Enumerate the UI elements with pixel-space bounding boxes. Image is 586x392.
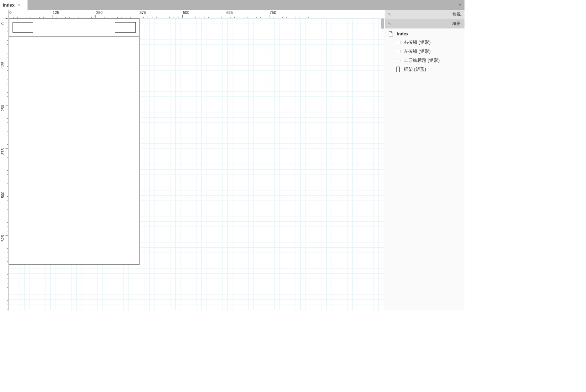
outline-item-label: index [397, 31, 409, 36]
ruler-mark-label: 0 [1, 23, 5, 25]
ruler-mark-label: 250 [96, 10, 102, 15]
outline-item-nav-title[interactable]: 上导航标题 (矩形) [385, 56, 464, 65]
tab-index[interactable]: index × [0, 0, 28, 10]
ruler-mark-label: 625 [1, 235, 5, 241]
ruler-mark-label: 500 [183, 10, 189, 15]
ruler-horizontal[interactable]: 0125250375500625750 [9, 10, 385, 18]
canvas-content[interactable] [9, 18, 385, 310]
right-panel: ↖ 检视: ↖ 概要: index 右按钮 (矩形) 左按钮 (矩形) 上导航标… [385, 10, 464, 310]
ruler-mark-label: 500 [1, 192, 5, 198]
outline-item-left-button[interactable]: 左按钮 (矩形) [385, 47, 464, 56]
ruler-mark-label: 625 [226, 10, 233, 15]
outline-item-label: 框架 (矩形) [404, 66, 426, 73]
inspect-label: 检视: [452, 11, 462, 17]
tab-dropdown-icon[interactable]: ▼ [458, 0, 462, 10]
outline-panel-header[interactable]: ↖ 概要: [385, 19, 464, 28]
outline-label: 概要: [452, 21, 462, 27]
rect-icon [395, 49, 401, 54]
ruler-mark-label: 0 [9, 10, 11, 15]
rect-thin-icon [395, 58, 401, 63]
collapse-arrow-icon: ↖ [388, 21, 391, 26]
ruler-mark-label: 750 [270, 10, 276, 15]
page-icon [388, 32, 394, 36]
canvas-area: 0125250375500625750 0125250375500625 [0, 10, 385, 310]
tab-bar: index × ▼ [0, 0, 464, 10]
outline-item-label: 左按钮 (矩形) [404, 48, 430, 54]
outline-item-label: 右按钮 (矩形) [404, 39, 430, 45]
outline-tree: index 右按钮 (矩形) 左按钮 (矩形) 上导航标题 (矩形) 框架 (矩… [385, 28, 464, 310]
ruler-corner [0, 10, 9, 18]
close-icon[interactable]: × [17, 2, 20, 7]
tab-label: index [3, 2, 15, 8]
ruler-mark-label: 250 [1, 105, 5, 111]
rect-tall-icon [395, 67, 401, 72]
ruler-mark-label: 125 [53, 10, 59, 15]
outline-item-root[interactable]: index [385, 30, 464, 38]
left-button-rect[interactable] [12, 22, 33, 33]
right-button-rect[interactable] [115, 22, 136, 33]
artboard-frame[interactable] [9, 18, 140, 265]
collapse-arrow-icon: ↖ [388, 12, 391, 17]
ruler-vertical[interactable]: 0125250375500625 [0, 18, 9, 310]
ruler-mark-label: 375 [140, 10, 146, 15]
outline-item-frame[interactable]: 框架 (矩形) [385, 65, 464, 74]
inspect-panel-header[interactable]: ↖ 检视: [385, 10, 464, 19]
outline-item-right-button[interactable]: 右按钮 (矩形) [385, 38, 464, 47]
rect-icon [395, 40, 401, 45]
main-layout: 0125250375500625750 0125250375500625 ↖ 检… [0, 10, 464, 310]
ruler-mark-label: 375 [1, 148, 5, 155]
scrollbar-vertical[interactable] [381, 18, 384, 29]
ruler-mark-label: 125 [1, 62, 5, 68]
outline-item-label: 上导航标题 (矩形) [404, 57, 440, 63]
